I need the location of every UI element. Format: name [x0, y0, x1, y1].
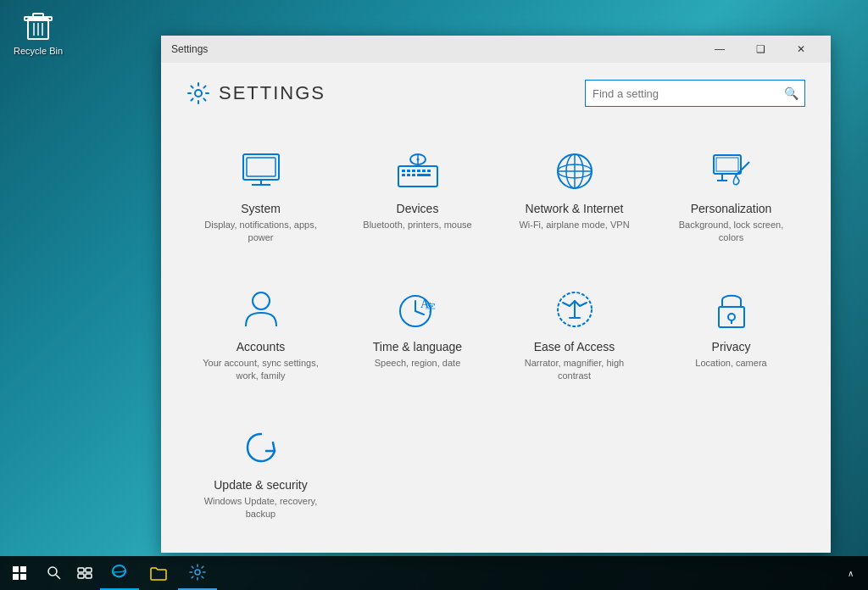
task-view-button[interactable]: [70, 556, 100, 590]
accounts-desc: Your account, sync settings, work, famil…: [195, 357, 326, 383]
devices-name: Devices: [397, 202, 439, 215]
settings-item-privacy[interactable]: Privacy Location, camera: [657, 270, 805, 400]
svg-rect-51: [86, 574, 92, 578]
taskbar-settings-icon: [189, 564, 206, 581]
maximize-button[interactable]: ❑: [741, 36, 780, 63]
svg-rect-31: [716, 158, 738, 171]
svg-rect-50: [78, 574, 84, 578]
privacy-name: Privacy: [712, 340, 751, 353]
accounts-name: Accounts: [236, 340, 286, 353]
svg-point-35: [253, 292, 270, 309]
taskbar-settings-button[interactable]: [178, 556, 217, 590]
recycle-bin-label: Recycle Bin: [14, 46, 63, 56]
network-icon: [554, 149, 595, 193]
time-desc: Speech, region, date: [375, 357, 461, 370]
svg-rect-49: [86, 568, 92, 572]
title-bar: Settings — ❑ ✕: [161, 36, 831, 63]
search-icon[interactable]: 🔍: [777, 80, 804, 107]
tray-chevron[interactable]: ∧: [839, 556, 861, 590]
svg-point-6: [195, 90, 202, 97]
svg-point-52: [195, 570, 200, 575]
settings-search-input[interactable]: [586, 87, 777, 100]
personalization-icon: [710, 149, 753, 193]
time-icon: A 字: [397, 287, 439, 331]
privacy-desc: Location, camera: [695, 357, 766, 370]
settings-item-system[interactable]: System Display, notifications, apps, pow…: [186, 132, 335, 262]
devices-icon: [395, 149, 441, 193]
svg-rect-14: [412, 170, 415, 172]
update-desc: Windows Update, recovery, backup: [195, 495, 326, 521]
search-icon: [47, 566, 61, 580]
svg-rect-8: [247, 158, 275, 176]
personalization-name: Personalization: [691, 202, 772, 215]
settings-title-text: SETTINGS: [219, 82, 326, 104]
close-button[interactable]: ✕: [782, 36, 821, 63]
edge-icon: [111, 564, 128, 581]
taskbar-tray: ∧: [832, 556, 868, 590]
system-icon: [240, 149, 282, 193]
taskbar: ∧: [0, 556, 868, 590]
settings-header: SETTINGS 🔍: [186, 80, 805, 107]
svg-rect-15: [417, 170, 420, 172]
svg-line-47: [56, 575, 60, 579]
devices-desc: Bluetooth, printers, mouse: [363, 219, 471, 231]
network-name: Network & Internet: [526, 202, 624, 215]
svg-rect-48: [78, 568, 84, 572]
svg-rect-19: [407, 174, 410, 176]
svg-point-46: [48, 567, 57, 576]
settings-item-personalization[interactable]: Personalization Background, lock screen,…: [657, 132, 805, 262]
svg-point-24: [416, 159, 419, 161]
ease-desc: Narrator, magnifier, high contrast: [509, 357, 640, 383]
privacy-icon: [714, 287, 749, 331]
settings-item-network[interactable]: Network & Internet Wi-Fi, airplane mode,…: [500, 132, 648, 262]
svg-rect-16: [422, 170, 426, 172]
svg-rect-17: [427, 170, 431, 172]
svg-rect-2: [33, 14, 43, 17]
folder-icon: [150, 565, 167, 581]
network-desc: Wi-Fi, airplane mode, VPN: [519, 219, 629, 231]
title-bar-title: Settings: [171, 43, 700, 55]
system-name: System: [241, 202, 281, 215]
settings-gear-icon: [186, 81, 210, 105]
svg-rect-21: [417, 174, 431, 176]
task-view-icon: [77, 567, 92, 579]
settings-content: SETTINGS 🔍: [161, 63, 831, 553]
taskbar-edge-button[interactable]: [100, 556, 139, 590]
settings-item-devices[interactable]: Devices Bluetooth, printers, mouse: [343, 132, 492, 262]
title-bar-controls: — ❑ ✕: [700, 36, 821, 63]
accounts-icon: [242, 287, 280, 331]
settings-title-area: SETTINGS: [186, 81, 326, 105]
desktop: Recycle Bin Settings — ❑ ✕: [0, 0, 868, 590]
minimize-button[interactable]: —: [700, 36, 739, 63]
svg-line-32: [736, 162, 749, 175]
system-desc: Display, notifications, apps, power: [195, 219, 326, 245]
personalization-desc: Background, lock screen, colors: [665, 219, 797, 245]
update-name: Update & security: [214, 478, 308, 492]
settings-grid: System Display, notifications, apps, pow…: [186, 132, 805, 537]
taskbar-explorer-button[interactable]: [139, 556, 178, 590]
settings-item-time[interactable]: A 字 Time & language Speech, region, date: [343, 270, 492, 400]
settings-item-ease[interactable]: Ease of Access Narrator, magnifier, high…: [500, 270, 648, 400]
svg-rect-43: [719, 307, 744, 327]
recycle-bin[interactable]: Recycle Bin: [8, 8, 68, 56]
svg-rect-20: [412, 174, 415, 176]
svg-text:字: 字: [426, 302, 436, 314]
ease-name: Ease of Access: [534, 340, 615, 353]
time-name: Time & language: [373, 340, 462, 353]
svg-rect-18: [402, 174, 405, 176]
taskbar-search-button[interactable]: [39, 556, 70, 590]
svg-point-44: [728, 314, 735, 320]
svg-rect-13: [407, 170, 410, 172]
settings-window: Settings — ❑ ✕ SETTINGS: [161, 36, 831, 553]
svg-line-38: [415, 311, 424, 314]
settings-item-update[interactable]: Update & security Windows Update, recove…: [186, 409, 335, 538]
windows-logo-icon: [13, 566, 26, 580]
svg-rect-12: [402, 170, 405, 172]
settings-item-accounts[interactable]: Accounts Your account, sync settings, wo…: [186, 270, 335, 400]
update-icon: [241, 426, 281, 470]
ease-icon: [554, 287, 595, 331]
settings-search-box[interactable]: 🔍: [585, 80, 805, 107]
start-button[interactable]: [0, 556, 39, 590]
